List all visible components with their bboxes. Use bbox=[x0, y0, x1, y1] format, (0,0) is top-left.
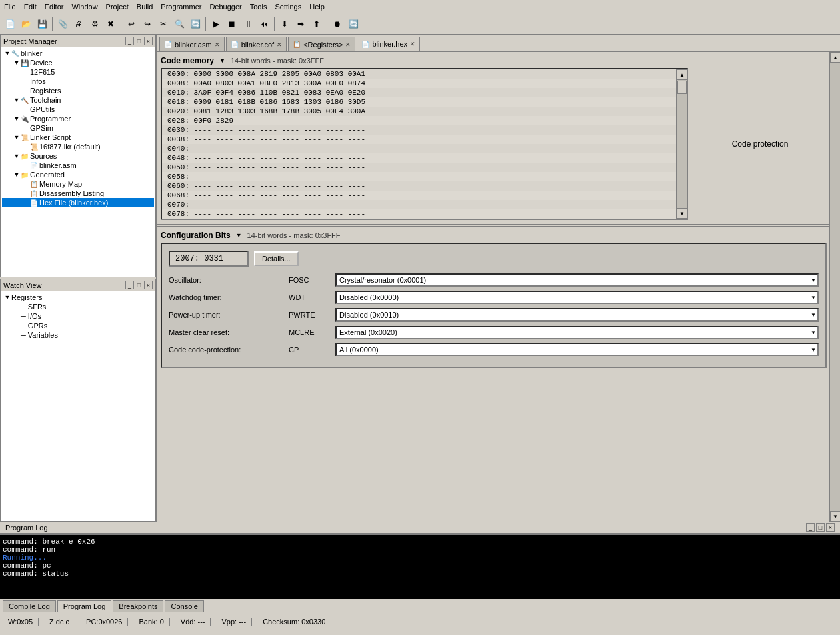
project-tree-item[interactable]: ▼🔌Programmer bbox=[2, 114, 154, 123]
watch-close[interactable]: × bbox=[144, 281, 153, 289]
mem-scroll-thumb[interactable] bbox=[677, 81, 687, 94]
memory-cell[interactable]: 0018: 0009 0181 018B 0186 1683 1303 0186… bbox=[162, 97, 687, 107]
new-file-button[interactable]: 📄 bbox=[3, 17, 17, 31]
scroll-track[interactable] bbox=[830, 63, 840, 511]
watch-toggle-icon[interactable]: ▼ bbox=[3, 293, 11, 301]
tab-blinker-cof[interactable]: 📄blinker.cof✕ bbox=[226, 37, 287, 51]
tab-blinker-hex[interactable]: 📄blinker.hex✕ bbox=[357, 37, 420, 51]
memory-cell[interactable]: 0070: ---- ---- ---- ---- ---- ---- ----… bbox=[162, 200, 687, 209]
memory-cell[interactable]: 0000: 0000 3000 008A 2819 2805 00A0 0803… bbox=[162, 69, 687, 79]
tree-toggle-icon[interactable]: ▼ bbox=[13, 171, 21, 179]
tree-toggle-icon[interactable]: ▼ bbox=[13, 115, 21, 123]
tree-toggle-icon[interactable]: ▼ bbox=[13, 152, 21, 160]
menu-help[interactable]: Help bbox=[305, 1, 329, 12]
tab-blinker-asm[interactable]: 📄blinker.asm✕ bbox=[159, 37, 225, 51]
project-tree-item[interactable]: 📄blinker.asm bbox=[2, 161, 154, 170]
debug-run-button[interactable]: ▶ bbox=[209, 17, 223, 31]
bottom-tab-compile-log[interactable]: Compile Log bbox=[3, 600, 56, 612]
project-tree-item[interactable]: ▼💾Device bbox=[2, 58, 154, 67]
close-button[interactable]: ✖ bbox=[103, 17, 118, 31]
project-tree-item[interactable]: ▼🔨Toolchain bbox=[2, 95, 154, 105]
watch-tree-item[interactable]: ▼Registers bbox=[2, 293, 154, 302]
project-tree-item[interactable]: GPSim bbox=[2, 123, 154, 133]
watch-maximize[interactable]: □ bbox=[135, 281, 143, 289]
memory-scrollbar[interactable]: ▲ ▼ bbox=[676, 69, 687, 219]
debug-stop-button[interactable]: ⏹ bbox=[225, 17, 239, 31]
menu-editor[interactable]: Editor bbox=[41, 1, 68, 12]
memory-cell[interactable]: 0048: ---- ---- ---- ---- ---- ---- ----… bbox=[162, 153, 687, 163]
main-scrollbar[interactable]: ▲ ▼ bbox=[829, 52, 840, 522]
project-tree-item[interactable]: ▼📁Generated bbox=[2, 170, 154, 179]
menu-debugger[interactable]: Debugger bbox=[205, 1, 245, 12]
project-tree[interactable]: ▼🔧blinker▼💾Device12F615InfosRegisters▼🔨T… bbox=[0, 47, 156, 277]
project-manager-close[interactable]: × bbox=[144, 37, 153, 45]
add-file-button[interactable]: 📎 bbox=[55, 17, 70, 31]
program-log-close[interactable]: × bbox=[826, 523, 835, 532]
watch-minimize[interactable]: _ bbox=[125, 281, 134, 289]
replace-button[interactable]: 🔄 bbox=[188, 17, 203, 31]
project-tree-item[interactable]: ▼🔧blinker bbox=[2, 49, 154, 58]
scroll-up-button[interactable]: ▲ bbox=[830, 52, 840, 63]
project-tree-item[interactable]: Registers bbox=[2, 86, 154, 95]
tab-close-button[interactable]: ✕ bbox=[277, 41, 282, 48]
memory-cell[interactable]: 0020: 0081 1283 1303 168B 178B 3005 00F4… bbox=[162, 107, 687, 116]
memory-cell[interactable]: 0008: 00A0 0803 00A1 0BF0 2813 300A 00F0… bbox=[162, 79, 687, 88]
memory-cell[interactable]: 0078: ---- ---- ---- ---- ---- ---- ----… bbox=[162, 209, 687, 219]
tree-toggle-icon[interactable]: ▼ bbox=[3, 49, 11, 57]
tab-close-button[interactable]: ✕ bbox=[215, 41, 220, 48]
menu-edit[interactable]: Edit bbox=[20, 1, 41, 12]
menu-programmer[interactable]: Programmer bbox=[157, 1, 205, 12]
step-out-button[interactable]: ⬆ bbox=[309, 17, 324, 31]
project-tree-item[interactable]: Infos bbox=[2, 77, 154, 86]
tab-close-button[interactable]: ✕ bbox=[345, 41, 351, 48]
memory-cell[interactable]: 0040: ---- ---- ---- ---- ---- ---- ----… bbox=[162, 144, 687, 153]
watch-tree[interactable]: ▼Registers─ SFRs─ I/Os─ GPRs─ Variables bbox=[0, 291, 156, 522]
config-field-select[interactable]: Disabled (0x0010)Enabled (0x0000) bbox=[335, 308, 819, 322]
config-field-select[interactable]: All (0x0000)None (0x0030) bbox=[335, 343, 819, 356]
project-tree-item[interactable]: 12F615 bbox=[2, 67, 154, 77]
watch-tree-item[interactable]: ─ Variables bbox=[2, 330, 154, 340]
mem-scroll-down[interactable]: ▼ bbox=[677, 208, 687, 219]
tree-toggle-icon[interactable]: ▼ bbox=[13, 96, 21, 104]
watch-tree-item[interactable]: ─ I/Os bbox=[2, 311, 154, 321]
watch-tree-item[interactable]: ─ SFRs bbox=[2, 302, 154, 311]
halt-button[interactable]: ⏺ bbox=[330, 17, 345, 31]
menu-window[interactable]: Window bbox=[67, 1, 101, 12]
tree-toggle-icon[interactable]: ▼ bbox=[13, 59, 21, 67]
project-tree-item[interactable]: ▼📁Sources bbox=[2, 151, 154, 161]
project-tree-item[interactable]: 📜16f877.lkr (default) bbox=[2, 142, 154, 151]
details-button[interactable]: Details... bbox=[254, 251, 299, 266]
tab-registers[interactable]: 📋<Registers>✕ bbox=[288, 37, 355, 51]
memory-cell[interactable]: 0050: ---- ---- ---- ---- ---- ---- ----… bbox=[162, 163, 687, 172]
mem-scroll-up[interactable]: ▲ bbox=[677, 69, 687, 80]
bottom-tab-breakpoints[interactable]: Breakpoints bbox=[113, 600, 163, 612]
step-into-button[interactable]: ⬇ bbox=[277, 17, 292, 31]
code-memory-title[interactable]: Code memory bbox=[161, 56, 214, 65]
menu-tools[interactable]: Tools bbox=[246, 1, 271, 12]
config-field-select[interactable]: Crystal/resonator (0x0001)RC oscillator … bbox=[335, 273, 819, 287]
memory-cell[interactable]: 0068: ---- ---- ---- ---- ---- ---- ----… bbox=[162, 191, 687, 200]
bottom-tab-console[interactable]: Console bbox=[165, 600, 203, 612]
animate-button[interactable]: 🔄 bbox=[346, 17, 361, 31]
menu-file[interactable]: File bbox=[0, 1, 20, 12]
build-button[interactable]: ⚙ bbox=[87, 17, 102, 31]
cut-button[interactable]: ✂ bbox=[156, 17, 171, 31]
memory-cell[interactable]: 0030: ---- ---- ---- ---- ---- ---- ----… bbox=[162, 125, 687, 135]
undo-button[interactable]: ↩ bbox=[124, 17, 139, 31]
menu-settings[interactable]: Settings bbox=[271, 1, 305, 12]
open-file-button[interactable]: 📂 bbox=[19, 17, 33, 31]
project-manager-maximize[interactable]: □ bbox=[135, 37, 143, 45]
tree-toggle-icon[interactable]: ▼ bbox=[13, 133, 21, 141]
memory-cell[interactable]: 0038: ---- ---- ---- ---- ---- ---- ----… bbox=[162, 135, 687, 144]
debug-pause-button[interactable]: ⏸ bbox=[241, 17, 255, 31]
project-manager-minimize[interactable]: _ bbox=[125, 37, 134, 45]
project-tree-item[interactable]: 📋Memory Map bbox=[2, 179, 154, 189]
project-tree-item[interactable]: 📋Disassembly Listing bbox=[2, 189, 154, 198]
bottom-tab-program-log[interactable]: Program Log bbox=[57, 600, 112, 612]
project-tree-item[interactable]: ▼📜Linker Script bbox=[2, 133, 154, 142]
memory-cell[interactable]: 0010: 3A0F 00F4 0086 110B 0821 0083 0EA0… bbox=[162, 88, 687, 97]
find-button[interactable]: 🔍 bbox=[172, 17, 187, 31]
config-field-select[interactable]: External (0x0020)Internal (0x0000) bbox=[335, 326, 819, 339]
redo-button[interactable]: ↪ bbox=[140, 17, 155, 31]
watch-tree-item[interactable]: ─ GPRs bbox=[2, 321, 154, 330]
